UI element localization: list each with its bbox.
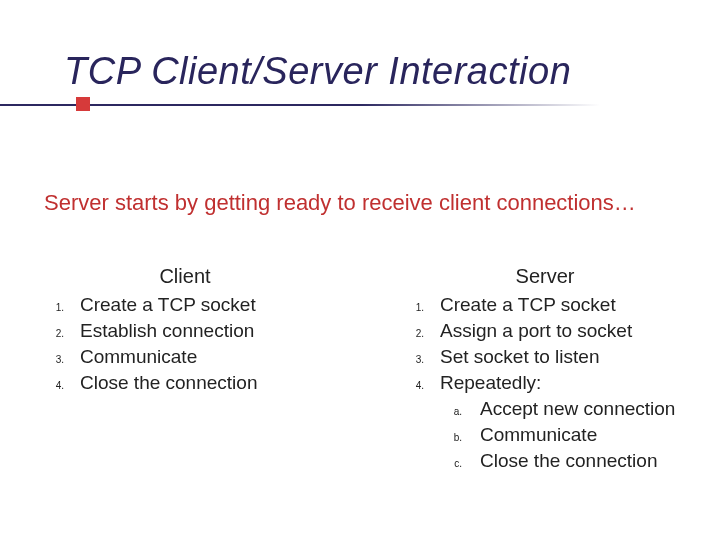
columns: Client 1. Create a TCP socket 2. Establi… <box>40 265 690 476</box>
client-column: Client 1. Create a TCP socket 2. Establi… <box>40 265 330 476</box>
list-item: 4. Repeatedly: <box>400 372 690 394</box>
list-marker: 3. <box>40 354 80 365</box>
title-underline <box>0 104 600 106</box>
list-text: Assign a port to socket <box>440 320 690 342</box>
accent-square <box>76 97 90 111</box>
list-item: 4. Close the connection <box>40 372 330 394</box>
list-marker: 2. <box>40 328 80 339</box>
list-marker: 2. <box>400 328 440 339</box>
list-marker: 1. <box>400 302 440 313</box>
list-text: Accept new connection <box>480 398 690 420</box>
slide-title: TCP Client/Server Interaction <box>64 50 700 93</box>
client-list: 1. Create a TCP socket 2. Establish conn… <box>40 294 330 394</box>
list-item: 1. Create a TCP socket <box>40 294 330 316</box>
list-marker: 1. <box>40 302 80 313</box>
slide-subtitle: Server starts by getting ready to receiv… <box>44 190 700 216</box>
list-marker: 4. <box>400 380 440 391</box>
server-header: Server <box>400 265 690 288</box>
list-marker: a. <box>400 406 480 417</box>
server-column: Server 1. Create a TCP socket 2. Assign … <box>400 265 690 476</box>
list-text: Close the connection <box>480 450 690 472</box>
list-item: a. Accept new connection <box>400 398 690 420</box>
list-marker: 3. <box>400 354 440 365</box>
list-text: Communicate <box>80 346 330 368</box>
list-text: Set socket to listen <box>440 346 690 368</box>
list-marker: c. <box>400 458 480 469</box>
list-item: 3. Set socket to listen <box>400 346 690 368</box>
list-marker: b. <box>400 432 480 443</box>
list-text: Close the connection <box>80 372 330 394</box>
list-item: 1. Create a TCP socket <box>400 294 690 316</box>
server-sublist: a. Accept new connection b. Communicate … <box>400 398 690 472</box>
server-list: 1. Create a TCP socket 2. Assign a port … <box>400 294 690 472</box>
list-item: c. Close the connection <box>400 450 690 472</box>
list-item: 3. Communicate <box>40 346 330 368</box>
list-text: Create a TCP socket <box>80 294 330 316</box>
client-header: Client <box>40 265 330 288</box>
list-marker: 4. <box>40 380 80 391</box>
list-text: Repeatedly: <box>440 372 690 394</box>
list-item: 2. Assign a port to socket <box>400 320 690 342</box>
list-item: b. Communicate <box>400 424 690 446</box>
list-text: Create a TCP socket <box>440 294 690 316</box>
list-text: Communicate <box>480 424 690 446</box>
list-item: 2. Establish connection <box>40 320 330 342</box>
list-text: Establish connection <box>80 320 330 342</box>
